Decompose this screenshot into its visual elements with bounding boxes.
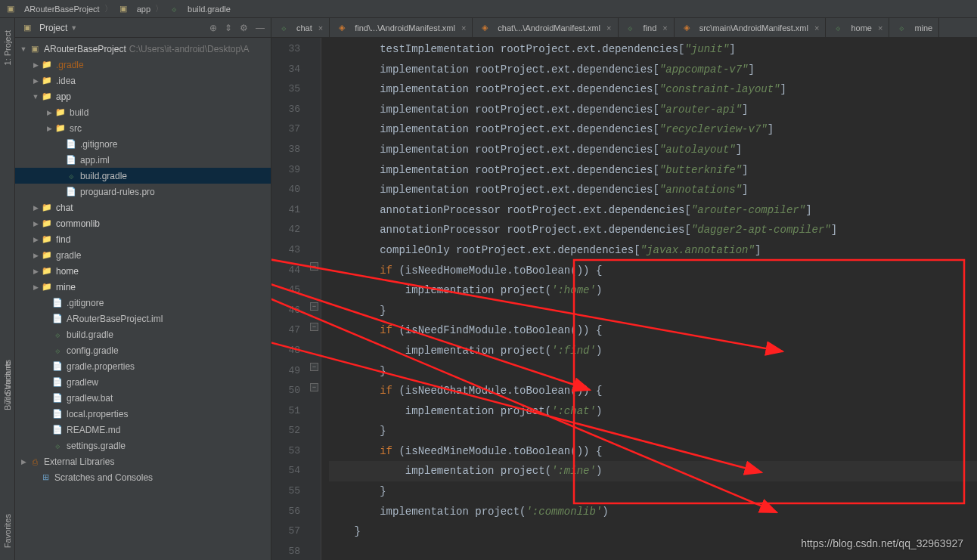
xml-icon: ◈: [681, 22, 693, 34]
module-icon: 📁: [41, 91, 53, 103]
tree-item-build-gradle[interactable]: ⟐build.gradle: [15, 168, 271, 184]
tree-item[interactable]: ⟐build.gradle: [15, 326, 271, 342]
breadcrumb-app[interactable]: app: [137, 5, 150, 14]
project-icon: ▣: [29, 43, 41, 55]
main-area: 1: Project 7: Structure Build Variants F…: [0, 18, 977, 560]
tree-item[interactable]: 📄gradlew: [15, 374, 271, 390]
tree-root[interactable]: ▼▣ARouterBaseProjectC:\Users\it-android\…: [15, 41, 271, 57]
fold-marker-icon[interactable]: −: [310, 302, 318, 311]
fold-marker-icon[interactable]: −: [310, 323, 318, 331]
tree-item[interactable]: ▶📁.idea: [15, 73, 271, 88]
close-icon[interactable]: ×: [878, 23, 882, 32]
chevron-right-icon: 〉: [155, 3, 163, 14]
tree-item[interactable]: 📄.gitignore: [15, 136, 271, 152]
project-view-selector[interactable]: ▣ Project ▼: [21, 22, 77, 34]
folder-icon: ▣: [5, 3, 17, 15]
tree-item-commonlib[interactable]: ▶📁commonlib: [15, 215, 271, 231]
folder-icon: 📁: [54, 107, 67, 119]
close-icon[interactable]: ×: [318, 23, 323, 32]
tool-tab-variants[interactable]: Build Variants: [2, 355, 14, 415]
gradle-icon: ⟐: [895, 22, 907, 34]
chevron-right-icon: 〉: [104, 3, 113, 14]
editor-tab[interactable]: ◈src\main\AndroidManifest.xml×: [675, 18, 827, 37]
close-icon[interactable]: ×: [662, 23, 667, 32]
file-icon: 📄: [51, 313, 64, 325]
file-icon: 📄: [65, 186, 77, 198]
tree-item[interactable]: 📄gradle.properties: [15, 358, 271, 374]
tree-item[interactable]: 📄gradlew.bat: [15, 390, 271, 406]
fold-gutter[interactable]: − − − − −: [308, 38, 321, 560]
file-icon: 📄: [51, 392, 64, 404]
folder-icon: 📁: [41, 249, 53, 261]
tree-item[interactable]: ▶📁gradle: [15, 247, 271, 263]
editor-tab[interactable]: ⟐chat×: [271, 18, 330, 37]
close-icon[interactable]: ×: [461, 23, 466, 32]
tree-item-chat[interactable]: ▶📁chat: [15, 200, 271, 215]
gear-icon[interactable]: ⚙: [240, 23, 248, 33]
hide-icon[interactable]: —: [256, 23, 265, 33]
tree-item[interactable]: 📄proguard-rules.pro: [15, 184, 271, 200]
file-icon: 📄: [65, 154, 77, 166]
gradle-icon: ⟐: [625, 22, 637, 34]
target-icon[interactable]: ⊕: [209, 23, 217, 33]
tree-item[interactable]: 📄.gitignore: [15, 295, 271, 311]
editor-tabs: ⟐chat× ◈find\...\AndroidManifest.xml× ◈c…: [271, 18, 977, 38]
code-content[interactable]: testImplementation rootProject.ext.depen…: [321, 38, 977, 560]
tree-item[interactable]: 📄app.iml: [15, 152, 271, 168]
xml-icon: ◈: [479, 22, 491, 34]
editor-tab[interactable]: ⟐home×: [826, 18, 889, 37]
collapse-icon[interactable]: ⇕: [225, 23, 232, 33]
fold-marker-icon[interactable]: −: [310, 383, 318, 391]
tree-item[interactable]: ⟐config.gradle: [15, 342, 271, 358]
breadcrumb: ▣ ARouterBaseProject 〉 ▣ app 〉 ⟐ build.g…: [5, 3, 231, 15]
file-icon: 📄: [51, 408, 64, 420]
panel-title: Project: [39, 23, 67, 33]
tree-item[interactable]: 📄README.md: [15, 422, 271, 438]
watermark-text: https://blog.csdn.net/qq_32963927: [801, 537, 963, 549]
close-icon[interactable]: ×: [606, 23, 611, 32]
tool-tab-project[interactable]: 1: Project: [2, 26, 14, 70]
module-icon: ▣: [117, 3, 129, 15]
gradle-icon: ⟐: [832, 22, 844, 34]
tree-item-scratches[interactable]: ⊞Scratches and Consoles: [15, 469, 271, 485]
tree-item[interactable]: ⟐settings.gradle: [15, 438, 271, 453]
breadcrumb-root[interactable]: ARouterBaseProject: [24, 5, 100, 14]
file-icon: 📄: [51, 360, 64, 373]
tree-item-home[interactable]: ▶📁home: [15, 263, 271, 279]
breadcrumb-bar: ▣ ARouterBaseProject 〉 ▣ app 〉 ⟐ build.g…: [0, 0, 977, 18]
tree-item[interactable]: ▶📁.gradle: [15, 57, 271, 73]
tree-item-ext-libs[interactable]: ▶⎙External Libraries: [15, 453, 271, 469]
tree-item-mine[interactable]: ▶📁mine: [15, 279, 271, 295]
gradle-icon: ⟐: [51, 345, 64, 357]
editor-tab[interactable]: ⟐find×: [619, 18, 675, 37]
tree-item[interactable]: 📄local.properties: [15, 406, 271, 422]
tree-item[interactable]: ▶📁build: [15, 104, 271, 120]
fold-marker-icon[interactable]: −: [310, 363, 318, 371]
module-icon: 📁: [41, 202, 53, 214]
editor-tab[interactable]: ◈chat\...\AndroidManifest.xml×: [473, 18, 618, 37]
editor-tab[interactable]: ◈find\...\AndroidManifest.xml×: [330, 18, 473, 37]
project-panel-header: ▣ Project ▼ ⊕ ⇕ ⚙ —: [15, 18, 271, 38]
project-tree[interactable]: ▼▣ARouterBaseProjectC:\Users\it-android\…: [15, 38, 271, 560]
close-icon[interactable]: ×: [814, 23, 819, 32]
module-icon: 📁: [41, 218, 53, 230]
folder-icon: 📁: [41, 75, 53, 87]
tree-item-app[interactable]: ▼📁app: [15, 88, 271, 104]
line-number-gutter[interactable]: 3334353637383940414243444546474849505152…: [271, 38, 308, 560]
chevron-down-icon: ▼: [70, 24, 77, 32]
editor-area: ⟐chat× ◈find\...\AndroidManifest.xml× ◈c…: [271, 18, 977, 560]
editor-tab[interactable]: ⟐mine: [889, 18, 939, 37]
tree-item-find[interactable]: ▶📁find: [15, 231, 271, 247]
fold-marker-icon[interactable]: −: [310, 262, 318, 271]
library-icon: ⎙: [29, 456, 41, 468]
tree-item[interactable]: 📄ARouterBaseProject.iml: [15, 311, 271, 326]
scratches-icon: ⊞: [39, 472, 51, 484]
folder-icon: 📁: [54, 122, 67, 135]
breadcrumb-file[interactable]: build.gradle: [188, 5, 231, 14]
tree-item[interactable]: ▶📁src: [15, 120, 271, 136]
module-icon: 📁: [41, 281, 53, 293]
editor[interactable]: 3334353637383940414243444546474849505152…: [271, 38, 977, 560]
module-icon: 📁: [41, 234, 53, 246]
gradle-icon: ⟐: [51, 440, 64, 452]
tool-tab-favorites[interactable]: Favorites: [2, 509, 14, 552]
